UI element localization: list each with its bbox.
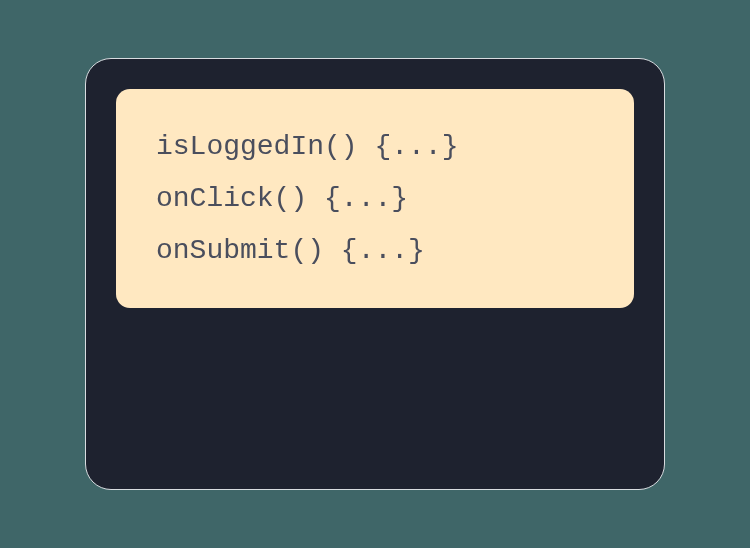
code-line: isLoggedIn() {...} [156,121,594,173]
code-card: isLoggedIn() {...} onClick() {...} onSub… [85,58,665,490]
code-line: onSubmit() {...} [156,225,594,277]
code-block: isLoggedIn() {...} onClick() {...} onSub… [116,89,634,308]
code-line: onClick() {...} [156,173,594,225]
